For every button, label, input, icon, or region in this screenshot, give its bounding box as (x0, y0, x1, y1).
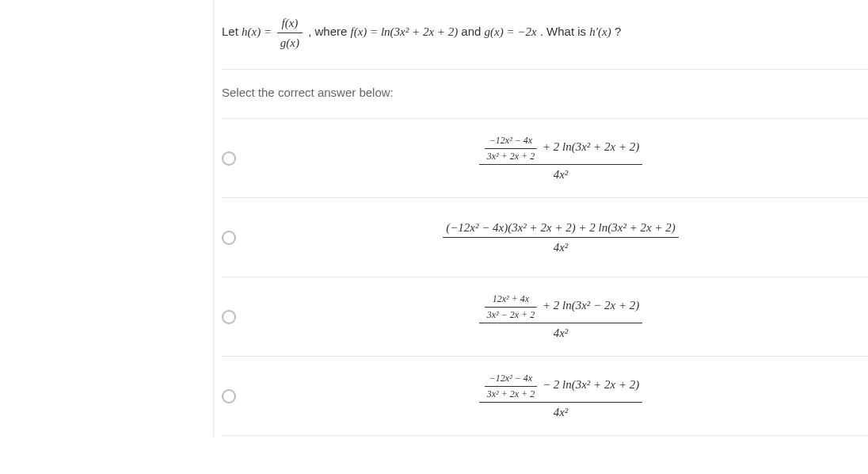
inner-num: −12x² − 4x (485, 373, 537, 386)
stem-text: Let (222, 25, 242, 38)
fraction-fg: f(x) g(x) (277, 16, 303, 50)
radio-icon (222, 231, 236, 245)
stem-text: and (461, 25, 484, 38)
inner-num: 12x² + 4x (485, 293, 537, 307)
stem-text: ? (615, 25, 621, 38)
inner-den: 3x² − 2x + 2 (485, 308, 537, 320)
num-rest: − 2 ln(3x² + 2x + 2) (542, 378, 639, 391)
num-full: (−12x² − 4x)(3x² + 2x + 2) + 2 ln(3x² + … (443, 220, 679, 238)
g-def: g(x) = −2x (485, 25, 537, 38)
inner-num: −12x² − 4x (485, 135, 537, 148)
outer-den: 4x² (443, 238, 679, 254)
instruction-label: Select the correct answer below: (222, 86, 394, 99)
radio-icon (222, 151, 236, 166)
answer-option-3[interactable]: −12x² − 4x 3x² + 2x + 2 − 2 ln(3x² + 2x … (222, 357, 868, 436)
h-prime: h′(x) (589, 25, 611, 38)
option-formula: −12x² − 4x 3x² + 2x + 2 − 2 ln(3x² + 2x … (477, 373, 645, 419)
inner-den: 3x² + 2x + 2 (485, 149, 537, 162)
frac-num: f(x) (277, 16, 303, 33)
instruction-text: Select the correct answer below: (222, 70, 868, 119)
answer-option-1[interactable]: (−12x² − 4x)(3x² + 2x + 2) + 2 ln(3x² + … (222, 198, 868, 277)
frac-den: g(x) (277, 33, 303, 50)
left-gutter (0, 0, 214, 436)
radio-icon (222, 310, 236, 324)
option-formula: −12x² − 4x 3x² + 2x + 2 + 2 ln(3x² + 2x … (477, 135, 645, 182)
outer-den: 4x² (479, 165, 643, 182)
option-formula: 12x² + 4x 3x² − 2x + 2 + 2 ln(3x² − 2x +… (477, 293, 645, 340)
stem-text: . What is (540, 25, 590, 38)
outer-den: 4x² (479, 403, 643, 419)
f-def: f(x) = ln(3x² + 2x + 2) (351, 25, 459, 38)
radio-icon (222, 389, 236, 403)
num-rest: + 2 ln(3x² − 2x + 2) (542, 299, 639, 312)
inner-den: 3x² + 2x + 2 (485, 387, 537, 399)
num-rest: + 2 ln(3x² + 2x + 2) (542, 140, 639, 153)
h-of-x: h(x) = (242, 25, 275, 38)
outer-den: 4x² (479, 323, 643, 340)
question-stem: Let h(x) = f(x) g(x) , where f(x) = ln(3… (222, 0, 868, 70)
answer-option-2[interactable]: 12x² + 4x 3x² − 2x + 2 + 2 ln(3x² − 2x +… (222, 277, 868, 357)
stem-text: , where (308, 25, 350, 38)
option-formula: (−12x² − 4x)(3x² + 2x + 2) + 2 ln(3x² + … (440, 220, 681, 254)
answer-option-0[interactable]: −12x² − 4x 3x² + 2x + 2 + 2 ln(3x² + 2x … (222, 119, 868, 198)
